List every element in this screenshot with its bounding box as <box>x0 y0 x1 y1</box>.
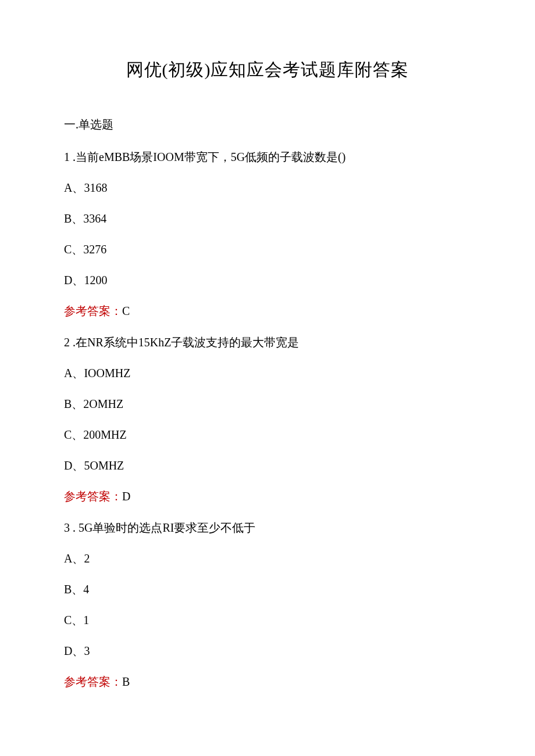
question-body: 5G单验时的选点RI要求至少不低于 <box>79 521 255 534</box>
option-a: A、3168 <box>64 180 471 196</box>
answer-label: 参考答案： <box>64 675 122 688</box>
option-b: B、4 <box>64 582 471 597</box>
option-a: A、IOOMHZ <box>64 366 471 381</box>
question-block-3: 3 . 5G单验时的选点RI要求至少不低于 A、2 B、4 C、1 D、3 参考… <box>64 519 471 690</box>
question-text: 1 .当前eMBB场景IOOM带宽下，5G低频的子载波数是() <box>64 149 471 165</box>
option-b: B、3364 <box>64 211 471 227</box>
question-text: 3 . 5G单验时的选点RI要求至少不低于 <box>64 519 471 536</box>
option-c: C、200MHZ <box>64 427 471 443</box>
option-b: B、2OMHZ <box>64 396 471 412</box>
answer-line: 参考答案：D <box>64 489 471 504</box>
question-body: 当前eMBB场景IOOM带宽下，5G低频的子载波数是() <box>76 151 345 163</box>
question-block-2: 2 .在NR系统中15KhZ子载波支持的最大带宽是 A、IOOMHZ B、2OM… <box>64 334 471 504</box>
option-d: D、5OMHZ <box>64 458 471 474</box>
answer-label: 参考答案： <box>64 304 122 317</box>
answer-label: 参考答案： <box>64 490 122 503</box>
option-d: D、3 <box>64 643 471 659</box>
answer-line: 参考答案：B <box>64 674 471 690</box>
question-number: 2 . <box>64 336 76 349</box>
section-heading: 一.单选题 <box>64 117 471 132</box>
option-c: C、1 <box>64 612 471 628</box>
option-c: C、3276 <box>64 242 471 257</box>
question-number: 1 . <box>64 151 76 163</box>
option-a: A、2 <box>64 551 471 567</box>
option-d: D、1200 <box>64 273 471 288</box>
question-body: 在NR系统中15KhZ子载波支持的最大带宽是 <box>76 336 299 349</box>
question-block-1: 1 .当前eMBB场景IOOM带宽下，5G低频的子载波数是() A、3168 B… <box>64 149 471 319</box>
answer-line: 参考答案：C <box>64 303 471 319</box>
question-text: 2 .在NR系统中15KhZ子载波支持的最大带宽是 <box>64 334 471 350</box>
answer-value: D <box>122 490 130 503</box>
document-title: 网优(初级)应知应会考试题库附答案 <box>64 58 471 82</box>
answer-value: C <box>122 304 130 317</box>
question-number: 3 . <box>64 521 79 534</box>
answer-value: B <box>122 675 130 688</box>
